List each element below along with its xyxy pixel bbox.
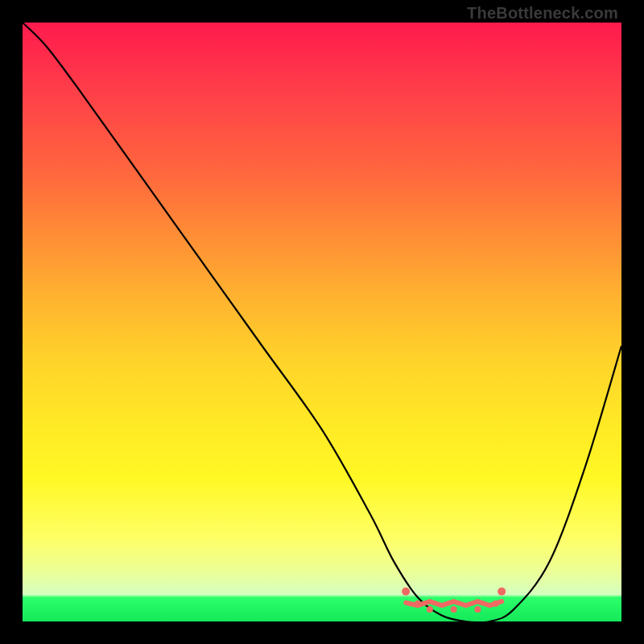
chart-frame: TheBottleneck.com xyxy=(0,0,644,644)
watermark-text: TheBottleneck.com xyxy=(467,4,618,23)
optimal-marker xyxy=(427,606,433,613)
plot-area xyxy=(23,23,621,621)
optimal-marker xyxy=(474,606,481,613)
optimal-marker xyxy=(402,588,410,596)
curve-overlay xyxy=(23,23,621,621)
bottleneck-curve xyxy=(23,23,621,621)
optimal-markers xyxy=(402,588,506,613)
optimal-marker xyxy=(497,588,506,596)
optimal-marker xyxy=(415,601,421,607)
optimal-marker xyxy=(493,601,499,607)
optimal-marker xyxy=(451,606,457,613)
